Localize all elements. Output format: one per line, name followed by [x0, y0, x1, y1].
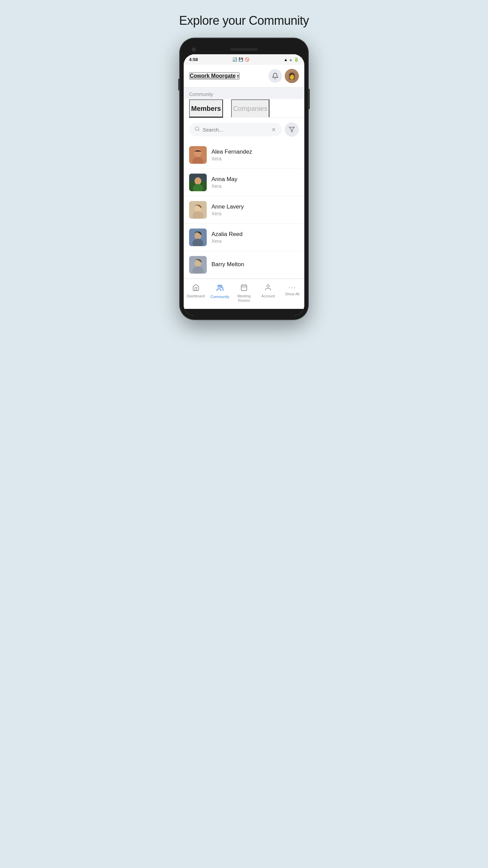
member-name-3: Azalia Reed: [211, 231, 299, 238]
account-icon: [264, 284, 272, 293]
phone-device: 4:58 🔄 💾 🚫 ▲ ▲ 🔋 Cowork Moor: [180, 38, 308, 320]
svg-point-20: [218, 285, 220, 287]
member-item-1[interactable]: Anna May Xera: [184, 169, 304, 196]
section-label: Community: [184, 87, 304, 99]
member-avatar-2: [189, 201, 207, 219]
svg-point-9: [195, 177, 201, 185]
avatar-svg-1: [189, 174, 207, 191]
nav-show-all[interactable]: ··· Show All: [280, 282, 304, 305]
member-info-1: Anna May Xera: [211, 176, 299, 189]
member-info-3: Azalia Reed Xera: [211, 231, 299, 244]
nav-community[interactable]: Community: [208, 282, 232, 305]
workspace-selector[interactable]: Cowork Moorgate ▾: [189, 72, 240, 80]
nav-show-all-label: Show All: [285, 292, 299, 296]
search-row: ✕: [184, 118, 304, 141]
phone-top-bar: [184, 42, 304, 54]
home-icon: [192, 284, 200, 293]
bell-icon: [272, 73, 279, 79]
block-icon: 🚫: [245, 57, 249, 62]
avatar-svg-0: [189, 146, 207, 164]
search-input[interactable]: [203, 127, 268, 133]
user-avatar: 👩: [285, 69, 299, 83]
community-icon: [216, 284, 224, 293]
search-icon: [195, 126, 200, 133]
member-avatar-1: [189, 174, 207, 191]
nav-dashboard-label: Dashboard: [187, 294, 205, 298]
status-icons: 🔄 💾 🚫: [232, 57, 249, 62]
bottom-nav: Dashboard Community: [184, 279, 304, 309]
member-item-2[interactable]: Anne Lavery Xera: [184, 196, 304, 224]
status-time: 4:58: [189, 57, 198, 62]
user-avatar-button[interactable]: 👩: [285, 69, 299, 83]
phone-bottom-bar: [184, 309, 304, 316]
svg-line-1: [198, 130, 199, 131]
save-icon: 💾: [239, 57, 243, 62]
speaker-grille: [230, 48, 258, 51]
status-right: ▲ ▲ 🔋: [284, 57, 299, 62]
avatar-image-4: [189, 256, 207, 274]
avatar-image-3: [189, 229, 207, 246]
svg-point-0: [195, 127, 199, 131]
calendar-icon: [240, 284, 248, 293]
filter-button[interactable]: [285, 122, 299, 137]
more-icon: ···: [288, 284, 296, 291]
member-name-1: Anna May: [211, 176, 299, 183]
phone-screen: 4:58 🔄 💾 🚫 ▲ ▲ 🔋 Cowork Moor: [184, 54, 304, 316]
notification-icon: 🔄: [232, 57, 237, 62]
battery-icon: 🔋: [294, 57, 299, 62]
svg-point-26: [267, 285, 269, 287]
member-company-1: Xera: [211, 183, 299, 189]
header-actions: 👩: [268, 69, 299, 83]
tab-members[interactable]: Members: [189, 99, 223, 118]
workspace-name-label: Cowork Moorgate: [190, 73, 236, 79]
member-item-3[interactable]: Azalia Reed Xera: [184, 224, 304, 251]
avatar-image-0: [189, 146, 207, 164]
nav-meeting-rooms-label: Meeting Rooms: [237, 294, 250, 303]
member-name-0: Alea Fernandez: [211, 149, 299, 155]
member-name-4: Barry Melton: [211, 261, 299, 268]
member-company-0: Xera: [211, 156, 299, 161]
signal-icon: ▲: [289, 57, 293, 62]
tab-companies[interactable]: Companies: [231, 99, 269, 118]
phone-shell: 4:58 🔄 💾 🚫 ▲ ▲ 🔋 Cowork Moor: [180, 38, 308, 320]
avatar-svg-4: [189, 256, 207, 274]
page-title: Explore your Community: [179, 14, 309, 28]
camera-notch: [192, 47, 196, 52]
member-info-0: Alea Fernandez Xera: [211, 149, 299, 161]
search-clear-button[interactable]: ✕: [271, 126, 277, 133]
status-bar: 4:58 🔄 💾 🚫 ▲ ▲ 🔋: [184, 54, 304, 65]
member-avatar-4: [189, 256, 207, 274]
app-content: Cowork Moorgate ▾ 👩: [184, 65, 304, 309]
avatar-svg-3: [189, 229, 207, 246]
member-info-4: Barry Melton: [211, 261, 299, 269]
member-avatar-0: [189, 146, 207, 164]
chevron-down-icon: ▾: [237, 74, 239, 78]
avatar-svg-2: [189, 201, 207, 219]
svg-point-6: [194, 149, 202, 156]
wifi-icon: ▲: [284, 57, 288, 62]
notifications-button[interactable]: [268, 69, 282, 83]
nav-account[interactable]: Account: [256, 282, 280, 305]
nav-meeting-rooms[interactable]: Meeting Rooms: [232, 282, 256, 305]
app-header: Cowork Moorgate ▾ 👩: [184, 65, 304, 87]
members-list: Alea Fernandez Xera: [184, 141, 304, 279]
avatar-image-1: [189, 174, 207, 191]
member-info-2: Anne Lavery Xera: [211, 203, 299, 216]
member-item-0[interactable]: Alea Fernandez Xera: [184, 141, 304, 169]
nav-account-label: Account: [261, 294, 275, 298]
svg-point-21: [220, 285, 222, 287]
member-avatar-3: [189, 229, 207, 246]
search-input-wrap: ✕: [189, 123, 282, 136]
filter-icon: [289, 126, 295, 133]
svg-marker-2: [289, 127, 294, 132]
member-company-2: Xera: [211, 211, 299, 216]
member-company-3: Xera: [211, 238, 299, 244]
avatar-image-2: [189, 201, 207, 219]
nav-dashboard[interactable]: Dashboard: [184, 282, 208, 305]
member-item-4[interactable]: Barry Melton: [184, 251, 304, 279]
svg-rect-22: [241, 285, 247, 291]
nav-community-label: Community: [210, 295, 229, 299]
member-name-2: Anne Lavery: [211, 203, 299, 210]
tabs-row: Members Companies: [184, 99, 304, 118]
